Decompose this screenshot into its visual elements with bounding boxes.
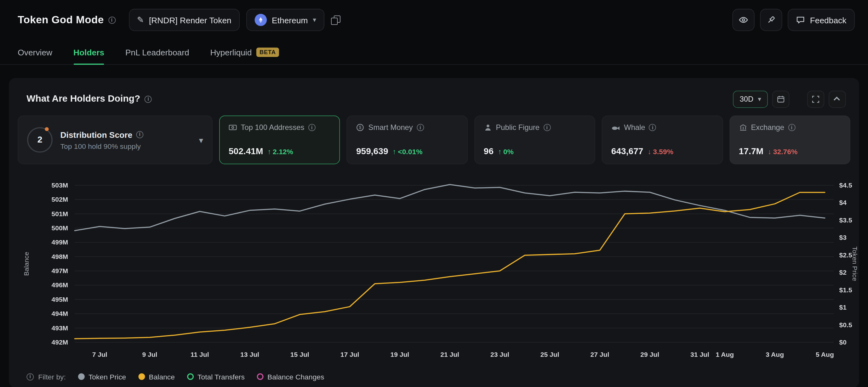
stat-card-change: ↑<0.01% bbox=[393, 147, 423, 156]
main-tabbar: Overview Holders PnL Leaderboard Hyperli… bbox=[0, 40, 868, 65]
info-icon[interactable] bbox=[136, 131, 143, 138]
info-icon[interactable] bbox=[649, 124, 656, 131]
y-left-tick: 497M bbox=[51, 267, 68, 274]
date-range-dropdown[interactable]: 30D bbox=[733, 90, 768, 107]
y-left-tick: 496M bbox=[51, 281, 68, 288]
info-icon[interactable] bbox=[27, 373, 34, 380]
watch-button[interactable] bbox=[733, 9, 755, 31]
y-right-tick: $0 bbox=[839, 339, 846, 346]
info-icon[interactable] bbox=[417, 124, 424, 131]
x-tick: 25 Jul bbox=[540, 351, 559, 358]
balance-line bbox=[75, 192, 825, 339]
x-tick: 9 Jul bbox=[142, 351, 157, 358]
y-right-tick: $1.5 bbox=[839, 286, 852, 293]
legend-total-transfers[interactable]: Total Transfers bbox=[187, 373, 245, 381]
calendar-button[interactable] bbox=[772, 90, 789, 107]
y-left-tick: 503M bbox=[51, 181, 68, 189]
y-right-tick: $4.5 bbox=[839, 181, 852, 189]
x-tick: 21 Jul bbox=[440, 351, 459, 358]
copy-icon[interactable] bbox=[331, 15, 340, 25]
stat-card-exchange[interactable]: Exchange 17.7M ↓32.76% bbox=[730, 115, 850, 164]
stat-card-value: 17.7M bbox=[739, 147, 764, 157]
y-left-tick: 502M bbox=[51, 196, 68, 203]
legend-balance[interactable]: Balance bbox=[138, 373, 175, 381]
chevron-down-icon bbox=[313, 17, 316, 23]
x-tick: 13 Jul bbox=[240, 351, 259, 358]
stat-card-public-figure[interactable]: Public Figure 96 ↑0% bbox=[474, 115, 595, 164]
stat-card-top-100-addresses[interactable]: Top 100 Addresses 502.41M ↑2.12% bbox=[219, 115, 340, 164]
info-icon[interactable] bbox=[788, 124, 795, 131]
y-right-tick: $2.5 bbox=[839, 251, 852, 259]
x-tick: 23 Jul bbox=[490, 351, 509, 358]
holder-stat-cards: 2 Distribution Score Top 100 hold 90% su… bbox=[18, 115, 850, 164]
distribution-score-badge: 2 bbox=[27, 127, 53, 152]
token-price-line bbox=[75, 185, 825, 231]
stat-card-label: Smart Money bbox=[369, 124, 413, 132]
stat-card-label: Whale bbox=[624, 124, 645, 132]
eye-icon bbox=[739, 15, 749, 25]
distribution-score-card[interactable]: 2 Distribution Score Top 100 hold 90% su… bbox=[18, 115, 213, 164]
y-left-tick: 493M bbox=[51, 324, 68, 331]
banknote-icon bbox=[229, 124, 237, 132]
stat-card-label: Top 100 Addresses bbox=[241, 124, 305, 132]
panel-header: What Are Holders Doing? 30D bbox=[18, 89, 850, 109]
legend-label: Token Price bbox=[89, 373, 126, 381]
x-tick: 19 Jul bbox=[390, 351, 409, 358]
calendar-icon bbox=[777, 95, 785, 103]
tab-holders[interactable]: Holders bbox=[73, 40, 104, 64]
x-tick: 11 Jul bbox=[190, 351, 209, 358]
y-left-tick: 501M bbox=[51, 210, 68, 217]
token-selector-button[interactable]: [RNDR] Render Token bbox=[129, 9, 240, 31]
y-left-tick: 492M bbox=[51, 339, 68, 346]
arrow-icon: ↑ bbox=[393, 147, 396, 156]
y-right-tick: $1 bbox=[839, 304, 847, 311]
x-tick: 5 Aug bbox=[816, 351, 834, 358]
arrow-icon: ↑ bbox=[268, 147, 271, 156]
y-left-tick: 500M bbox=[51, 224, 68, 232]
legend-balance-changes[interactable]: Balance Changes bbox=[257, 373, 324, 381]
chevron-down-icon[interactable] bbox=[199, 136, 203, 144]
tab-pnl-leaderboard[interactable]: PnL Leaderboard bbox=[125, 40, 189, 64]
y-left-tick: 498M bbox=[51, 253, 68, 260]
tab-hyperliquid[interactable]: Hyperliquid BETA bbox=[210, 40, 279, 64]
tab-overview[interactable]: Overview bbox=[18, 40, 52, 64]
holders-activity-panel: What Are Holders Doing? 30D bbox=[9, 78, 859, 387]
tab-label: Hyperliquid bbox=[210, 47, 252, 57]
whale-icon bbox=[611, 124, 620, 132]
legend-token-price[interactable]: Token Price bbox=[78, 373, 126, 381]
token-price-dot-icon bbox=[78, 373, 85, 380]
y-left-tick: 499M bbox=[51, 239, 68, 246]
x-tick: 29 Jul bbox=[640, 351, 659, 358]
chevron-down-icon bbox=[758, 96, 761, 102]
chain-selector-button[interactable]: Ethereum bbox=[246, 9, 324, 31]
stat-card-whale[interactable]: Whale 643,677 ↓3.59% bbox=[602, 115, 723, 164]
stat-card-smart-money[interactable]: $ Smart Money 959,639 ↑<0.01% bbox=[347, 115, 468, 164]
ethereum-icon bbox=[255, 14, 267, 26]
info-icon[interactable] bbox=[543, 124, 551, 131]
stat-card-value: 643,677 bbox=[611, 147, 644, 157]
holders-balance-price-chart[interactable]: 503M502M501M500M499M498M497M496M495M494M… bbox=[9, 172, 859, 362]
page-title: Token God Mode bbox=[18, 14, 104, 26]
balance-changes-dot-icon bbox=[257, 373, 264, 380]
arrow-icon: ↑ bbox=[498, 147, 501, 156]
feedback-button[interactable]: Feedback bbox=[788, 9, 855, 31]
tab-label: Overview bbox=[18, 47, 52, 57]
chart-canvas[interactable]: 503M502M501M500M499M498M497M496M495M494M… bbox=[9, 172, 859, 362]
stat-card-value: 959,639 bbox=[356, 147, 388, 157]
y-left-tick: 495M bbox=[51, 296, 68, 303]
info-icon[interactable] bbox=[145, 95, 152, 103]
chat-icon bbox=[796, 15, 805, 24]
arrow-icon: ↓ bbox=[648, 147, 651, 156]
right-axis-title: Token Price bbox=[851, 246, 859, 281]
x-tick: 31 Jul bbox=[690, 351, 709, 358]
info-icon[interactable] bbox=[308, 124, 316, 131]
distribution-score-subtitle: Top 100 hold 90% supply bbox=[60, 142, 191, 150]
chart-filter-bar: Filter by: Token Price Balance Total Tra… bbox=[18, 370, 850, 383]
stat-card-change: ↓3.59% bbox=[648, 147, 674, 156]
pin-button[interactable] bbox=[760, 9, 782, 31]
collapse-button[interactable] bbox=[829, 90, 846, 107]
stat-card-change: ↑2.12% bbox=[268, 147, 293, 156]
fullscreen-button[interactable] bbox=[807, 90, 824, 107]
info-icon[interactable] bbox=[108, 16, 116, 24]
bank-icon bbox=[739, 124, 747, 132]
